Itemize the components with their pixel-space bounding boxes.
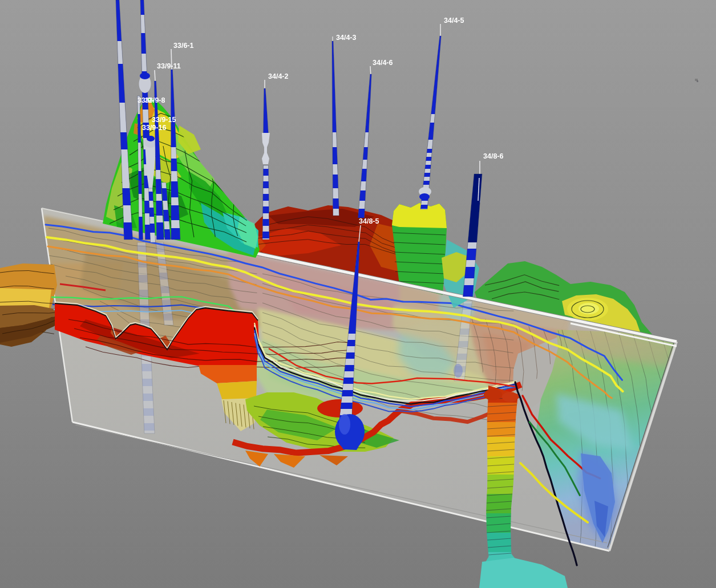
svg-text:33/9-8: 33/9-8 [145,96,165,104]
svg-text:34/4-6: 34/4-6 [373,59,393,67]
svg-text:33/9-11: 33/9-11 [157,62,181,70]
svg-text:34/4-2: 34/4-2 [268,72,288,80]
svg-text:34/4-3: 34/4-3 [336,34,356,42]
svg-text:33/6-1: 33/6-1 [173,42,193,50]
svg-text:33/9-15: 33/9-15 [152,116,176,124]
svg-text:34/8-5: 34/8-5 [359,217,379,225]
svg-text:34/4-5: 34/4-5 [444,17,464,25]
svg-text:34/8-6: 34/8-6 [483,152,503,160]
svg-text:33/9-16: 33/9-16 [142,124,166,132]
